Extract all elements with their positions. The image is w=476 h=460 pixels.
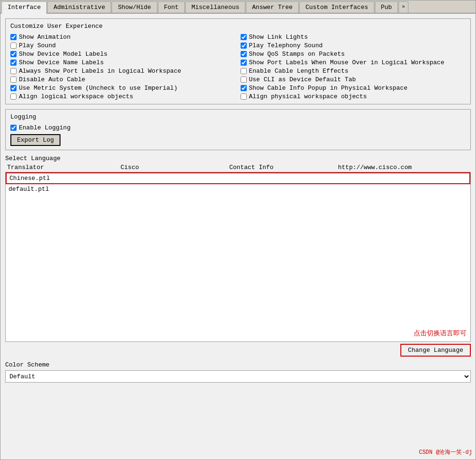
checkbox-enable-cable-length: Enable Cable Length Effects bbox=[241, 68, 466, 75]
show-qos-stamps-label: Show QoS Stamps on Packets bbox=[249, 51, 345, 58]
language-item-chinese[interactable]: Chinese.ptl bbox=[6, 172, 470, 184]
align-physical-workspace-label: Align physical workspace objects bbox=[249, 93, 367, 100]
lang-col-translator-header: Translator bbox=[7, 164, 121, 171]
lang-col-contact-header: Contact Info bbox=[229, 164, 338, 171]
tab-answertree[interactable]: Answer Tree bbox=[246, 1, 299, 13]
color-scheme-select[interactable]: Default bbox=[5, 370, 471, 383]
logging-section-title: Logging bbox=[10, 113, 466, 120]
play-telephony-sound-label: Play Telephony Sound bbox=[249, 42, 323, 49]
language-list: Chinese.ptl default.ptl 点击切换语言即可 bbox=[5, 172, 471, 342]
checkbox-grid: Show Animation Show Link Lights Play Sou… bbox=[10, 34, 466, 100]
use-metric-system-checkbox[interactable] bbox=[10, 85, 17, 91]
enable-logging-checkbox[interactable] bbox=[10, 125, 17, 131]
show-qos-stamps-checkbox[interactable] bbox=[241, 51, 247, 57]
use-cli-default-tab-label: Use CLI as Device Default Tab bbox=[249, 76, 356, 83]
language-hint: 点击切换语言即可 bbox=[414, 329, 467, 338]
tab-overflow-button[interactable]: » bbox=[398, 1, 408, 13]
checkbox-disable-auto-cable: Disable Auto Cable bbox=[10, 76, 236, 83]
main-window: Interface Administrative Show/Hide Font … bbox=[0, 0, 476, 460]
enable-logging-label: Enable Logging bbox=[19, 124, 70, 131]
play-sound-checkbox[interactable] bbox=[10, 43, 17, 49]
color-scheme-section: Color Scheme Default bbox=[5, 361, 471, 383]
show-device-name-labels-label: Show Device Name Labels bbox=[19, 59, 104, 66]
show-animation-label: Show Animation bbox=[19, 34, 70, 41]
play-telephony-sound-checkbox[interactable] bbox=[241, 43, 247, 49]
show-device-model-labels-label: Show Device Model Labels bbox=[19, 51, 107, 58]
disable-auto-cable-label: Disable Auto Cable bbox=[19, 76, 85, 83]
show-port-labels-mouse-checkbox[interactable] bbox=[241, 60, 247, 66]
checkbox-use-metric-system: Use Metric System (Uncheck to use Imperi… bbox=[10, 85, 236, 92]
checkbox-show-animation: Show Animation bbox=[10, 34, 236, 41]
checkbox-show-device-model-labels: Show Device Model Labels bbox=[10, 51, 236, 58]
checkbox-use-cli-default-tab: Use CLI as Device Default Tab bbox=[241, 76, 466, 83]
checkbox-show-port-labels-mouse: Show Port Labels When Mouse Over in Logi… bbox=[241, 59, 466, 66]
enable-cable-length-checkbox[interactable] bbox=[241, 68, 247, 74]
show-cable-info-popup-checkbox[interactable] bbox=[241, 85, 247, 91]
checkbox-show-qos-stamps: Show QoS Stamps on Packets bbox=[241, 51, 466, 58]
checkbox-play-telephony-sound: Play Telephony Sound bbox=[241, 42, 466, 49]
language-item-default[interactable]: default.ptl bbox=[6, 184, 470, 194]
customize-section: Customize User Experience Show Animation… bbox=[5, 18, 471, 104]
play-sound-label: Play Sound bbox=[19, 42, 56, 49]
show-device-name-labels-checkbox[interactable] bbox=[10, 60, 17, 66]
change-language-button[interactable]: Change Language bbox=[400, 344, 471, 357]
enable-cable-length-label: Enable Cable Length Effects bbox=[249, 68, 349, 75]
tab-custominterfaces[interactable]: Custom Interfaces bbox=[299, 1, 374, 13]
checkbox-align-logical-workspace: Align logical workspace objects bbox=[10, 93, 236, 100]
show-animation-checkbox[interactable] bbox=[10, 34, 17, 40]
checkbox-show-device-name-labels: Show Device Name Labels bbox=[10, 59, 236, 66]
align-logical-workspace-label: Align logical workspace objects bbox=[19, 93, 133, 100]
watermark: CSDN @沧海一笑-dj bbox=[419, 448, 472, 456]
show-link-lights-checkbox[interactable] bbox=[241, 34, 247, 40]
export-log-button[interactable]: Export Log bbox=[10, 134, 61, 146]
logging-section: Logging Enable Logging Export Log bbox=[5, 109, 471, 150]
show-link-lights-label: Show Link Lights bbox=[249, 34, 308, 41]
show-port-labels-mouse-label: Show Port Labels When Mouse Over in Logi… bbox=[249, 59, 444, 66]
color-scheme-title: Color Scheme bbox=[5, 361, 471, 368]
lang-col-cisco-header: Cisco bbox=[121, 164, 229, 171]
checkbox-always-show-port-labels: Always Show Port Labels in Logical Works… bbox=[10, 68, 236, 75]
tab-pub[interactable]: Pub bbox=[375, 1, 398, 13]
align-logical-workspace-checkbox[interactable] bbox=[10, 94, 17, 100]
tab-showhide[interactable]: Show/Hide bbox=[112, 1, 157, 13]
content-area: Customize User Experience Show Animation… bbox=[0, 14, 476, 387]
show-cable-info-popup-label: Show Cable Info Popup in Physical Worksp… bbox=[249, 85, 407, 92]
show-device-model-labels-checkbox[interactable] bbox=[10, 51, 17, 57]
lang-col-url-header: http://www.cisco.com bbox=[338, 164, 469, 171]
tab-bar: Interface Administrative Show/Hide Font … bbox=[0, 0, 476, 14]
change-language-button-row: Change Language bbox=[5, 344, 471, 357]
checkbox-show-cable-info-popup: Show Cable Info Popup in Physical Worksp… bbox=[241, 85, 466, 92]
checkbox-enable-logging: Enable Logging bbox=[10, 124, 466, 131]
tab-administrative[interactable]: Administrative bbox=[47, 1, 111, 13]
language-column-headers: Translator Cisco Contact Info http://www… bbox=[5, 164, 471, 171]
disable-auto-cable-checkbox[interactable] bbox=[10, 77, 17, 83]
always-show-port-labels-checkbox[interactable] bbox=[10, 68, 17, 74]
language-section: Select Language Translator Cisco Contact… bbox=[5, 155, 471, 357]
use-cli-default-tab-checkbox[interactable] bbox=[241, 77, 247, 83]
customize-section-title: Customize User Experience bbox=[10, 23, 466, 30]
tab-font[interactable]: Font bbox=[158, 1, 185, 13]
tab-interface[interactable]: Interface bbox=[1, 1, 47, 14]
language-section-title: Select Language bbox=[5, 155, 471, 162]
use-metric-system-label: Use Metric System (Uncheck to use Imperi… bbox=[19, 85, 177, 92]
checkbox-play-sound: Play Sound bbox=[10, 42, 236, 49]
always-show-port-labels-label: Always Show Port Labels in Logical Works… bbox=[19, 68, 181, 75]
align-physical-workspace-checkbox[interactable] bbox=[241, 94, 247, 100]
checkbox-show-link-lights: Show Link Lights bbox=[241, 34, 466, 41]
tab-miscellaneous[interactable]: Miscellaneous bbox=[185, 1, 245, 13]
checkbox-align-physical-workspace: Align physical workspace objects bbox=[241, 93, 466, 100]
